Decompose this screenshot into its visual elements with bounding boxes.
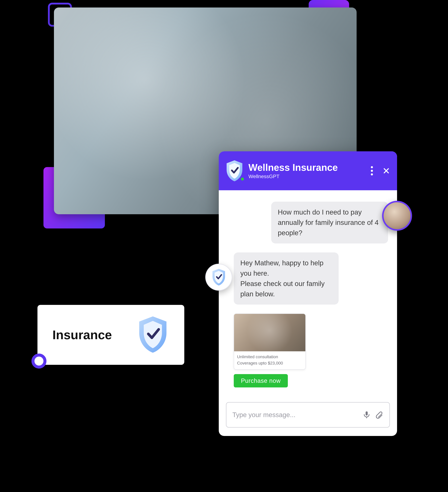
message-row-bot: Hey Mathew, happy to help you here. Plea… [234,252,388,305]
paperclip-icon [375,411,383,419]
chat-widget: Wellness Insurance WellnessGPT How much … [219,151,397,436]
kebab-icon [371,166,373,175]
chat-input-container[interactable] [226,402,390,428]
plan-card-line1: Unlimited consultation [237,354,302,360]
insurance-card: Insurance [38,305,184,365]
accent-ring [31,354,46,369]
chat-subtitle: WellnessGPT [248,174,364,179]
plan-card-details: Unlimited consultation Coverages upto $2… [234,351,305,369]
chat-body: How much do I need to pay annually for f… [219,190,397,402]
plan-card-image [234,314,305,351]
message-row-user: How much do I need to pay annually for f… [228,202,388,244]
microphone-button[interactable] [362,411,371,419]
chat-menu-button[interactable] [368,167,376,175]
bot-avatar [205,264,232,291]
chat-header: Wellness Insurance WellnessGPT [219,151,397,190]
bot-message-line2: Please check out our family plan below. [240,280,325,298]
user-message-bubble: How much do I need to pay annually for f… [271,202,388,244]
user-avatar [382,201,412,231]
shield-check-icon [211,268,226,286]
plan-card[interactable]: Unlimited consultation Coverages upto $2… [234,314,306,369]
close-icon [383,167,390,174]
chat-message-input[interactable] [232,411,358,419]
chat-close-button[interactable] [382,167,390,175]
chat-input-row [219,402,397,436]
purchase-now-button[interactable]: Purchase now [234,374,288,388]
insurance-card-label: Insurance [52,328,112,342]
status-online-dot [240,177,244,181]
chat-brand-shield-check-icon [225,160,244,182]
chat-title-block: Wellness Insurance WellnessGPT [248,162,364,179]
bot-message-line1: Hey Mathew, happy to help you here. [240,259,324,277]
plan-card-line2: Coverages upto $23,000 [237,360,302,366]
microphone-icon [362,411,371,419]
bot-message-bubble: Hey Mathew, happy to help you here. Plea… [234,252,339,305]
attach-button[interactable] [375,411,383,419]
shield-check-icon [136,315,169,355]
svg-rect-0 [366,411,368,416]
chat-title: Wellness Insurance [248,162,364,173]
